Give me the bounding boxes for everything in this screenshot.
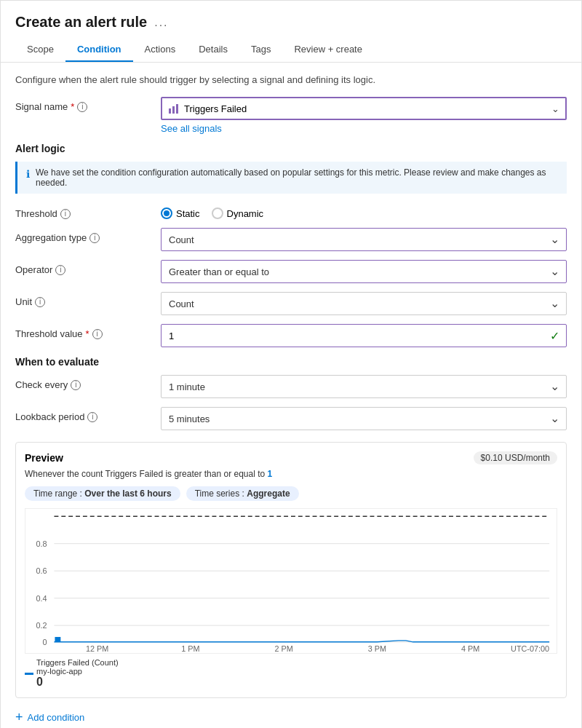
check-every-row: Check every i 1 minute [15, 375, 567, 398]
unit-label: Unit i [15, 292, 161, 307]
signal-name-control: Triggers Failed ⌄ See all signals [161, 97, 567, 134]
preview-chart: 0.8 0.6 0.4 0.2 0 12 PM 1 PM 2 PM 3 PM 4… [25, 508, 557, 654]
badge-row: Time range : Over the last 6 hours Time … [25, 486, 557, 501]
svg-rect-2 [176, 104, 178, 114]
operator-label: Operator i [15, 260, 161, 275]
page-title: Create an alert rule [15, 14, 147, 31]
unit-select[interactable]: Count [161, 292, 567, 315]
svg-rect-1 [172, 106, 175, 114]
threshold-value-info-icon[interactable]: i [92, 329, 103, 339]
unit-control: Count [161, 292, 567, 315]
check-every-select[interactable]: 1 minute [161, 375, 567, 398]
lookback-period-info-icon[interactable]: i [87, 412, 97, 422]
preview-header: Preview $0.10 USD/month [25, 451, 557, 464]
title-row: Create an alert rule ... [15, 14, 567, 31]
svg-text:0.8: 0.8 [36, 539, 47, 548]
dropdown-chevron-icon: ⌄ [551, 103, 559, 114]
threshold-row: Threshold i Static Dynamic [15, 204, 567, 219]
threshold-input-wrapper: ✓ [161, 324, 567, 347]
svg-text:0.2: 0.2 [36, 621, 47, 630]
signal-name-info-icon[interactable]: i [77, 102, 87, 112]
lookback-period-select[interactable]: 5 minutes [161, 407, 567, 430]
tab-review-create[interactable]: Review + create [282, 38, 374, 62]
svg-text:12 PM: 12 PM [86, 644, 108, 653]
legend-value: 0 [36, 676, 119, 689]
chart-svg: 0.8 0.6 0.4 0.2 0 12 PM 1 PM 2 PM 3 PM 4… [25, 509, 557, 653]
lookback-period-label: Lookback period i [15, 407, 161, 422]
operator-row: Operator i Greater than or equal to [15, 260, 567, 283]
aggregation-type-label: Aggregation type i [15, 228, 161, 243]
threshold-value-row: Threshold value * i ✓ [15, 324, 567, 347]
operator-wrapper: Greater than or equal to [161, 260, 567, 283]
check-icon: ✓ [550, 329, 559, 343]
see-all-signals-link[interactable]: See all signals [161, 123, 222, 134]
threshold-static-option[interactable]: Static [161, 207, 200, 219]
tab-tags[interactable]: Tags [239, 38, 282, 62]
preview-title: Preview [25, 452, 63, 464]
operator-info-icon[interactable]: i [55, 265, 65, 275]
chart-legend: Triggers Failed (Count) my-logic-app 0 [25, 658, 557, 689]
tab-actions[interactable]: Actions [133, 38, 188, 62]
signal-name-value: Triggers Failed [184, 103, 247, 114]
signal-chart-icon [168, 103, 180, 114]
check-every-info-icon[interactable]: i [71, 380, 81, 390]
threshold-info-icon[interactable]: i [60, 209, 71, 219]
preview-description: Whenever the count Triggers Failed is gr… [25, 469, 557, 479]
page-container: Create an alert rule ... Scope Condition… [0, 0, 582, 728]
nav-tabs: Scope Condition Actions Details Tags Rev… [15, 38, 567, 62]
check-every-wrapper: 1 minute [161, 375, 567, 398]
threshold-dynamic-option[interactable]: Dynamic [212, 207, 264, 219]
svg-text:3 PM: 3 PM [368, 644, 386, 653]
static-radio-button[interactable] [161, 207, 172, 219]
when-to-evaluate-heading: When to evaluate [15, 356, 567, 368]
signal-name-dropdown[interactable]: Triggers Failed ⌄ [161, 97, 567, 120]
signal-name-label: Signal name * i [15, 97, 161, 112]
svg-rect-20 [55, 637, 60, 642]
svg-text:1 PM: 1 PM [181, 644, 199, 653]
info-circle-icon: ℹ [26, 168, 30, 180]
svg-text:4 PM: 4 PM [461, 644, 479, 653]
aggregation-type-select[interactable]: Count [161, 228, 567, 251]
tab-condition[interactable]: Condition [65, 38, 133, 62]
aggregation-type-wrapper: Count [161, 228, 567, 251]
svg-rect-0 [169, 108, 171, 114]
threshold-label: Threshold i [15, 204, 161, 219]
operator-select[interactable]: Greater than or equal to [161, 260, 567, 283]
threshold-value-input[interactable] [161, 324, 567, 347]
check-every-label: Check every i [15, 375, 161, 390]
ellipsis-menu[interactable]: ... [154, 16, 168, 29]
unit-info-icon[interactable]: i [35, 297, 45, 307]
tab-scope[interactable]: Scope [15, 38, 65, 62]
signal-name-required: * [71, 101, 74, 112]
time-range-badge[interactable]: Time range : Over the last 6 hours [25, 486, 180, 501]
page-header: Create an alert rule ... Scope Condition… [1, 1, 581, 63]
main-content: Configure when the alert rule should tri… [1, 63, 581, 728]
configure-text: Configure when the alert rule should tri… [15, 74, 567, 85]
preview-description-value: 1 [268, 469, 273, 479]
lookback-period-row: Lookback period i 5 minutes [15, 407, 567, 430]
threshold-value-label: Threshold value * i [15, 324, 161, 339]
aggregation-info-icon[interactable]: i [89, 233, 100, 243]
legend-color-swatch [25, 673, 33, 675]
tab-details[interactable]: Details [187, 38, 239, 62]
aggregation-type-row: Aggregation type i Count [15, 228, 567, 251]
unit-wrapper: Count [161, 292, 567, 315]
add-icon: + [15, 710, 23, 725]
svg-text:0.4: 0.4 [36, 594, 47, 603]
lookback-period-control: 5 minutes [161, 407, 567, 430]
add-condition-button[interactable]: + Add condition [15, 710, 567, 725]
legend-sub: my-logic-app [36, 667, 119, 676]
operator-control: Greater than or equal to [161, 260, 567, 283]
dynamic-radio-button[interactable] [212, 207, 223, 219]
signal-name-row: Signal name * i Triggers Faile [15, 97, 567, 134]
svg-text:UTC-07:00: UTC-07:00 [511, 644, 549, 653]
threshold-control: Static Dynamic [161, 204, 567, 219]
lookback-period-wrapper: 5 minutes [161, 407, 567, 430]
threshold-radio-group: Static Dynamic [161, 204, 567, 219]
alert-logic-heading: Alert logic [15, 143, 567, 154]
alert-logic-info: ℹ We have set the condition configuratio… [15, 162, 567, 194]
threshold-value-control: ✓ [161, 324, 567, 347]
unit-row: Unit i Count [15, 292, 567, 315]
time-series-badge[interactable]: Time series : Aggregate [186, 486, 299, 501]
svg-text:0: 0 [43, 638, 47, 646]
